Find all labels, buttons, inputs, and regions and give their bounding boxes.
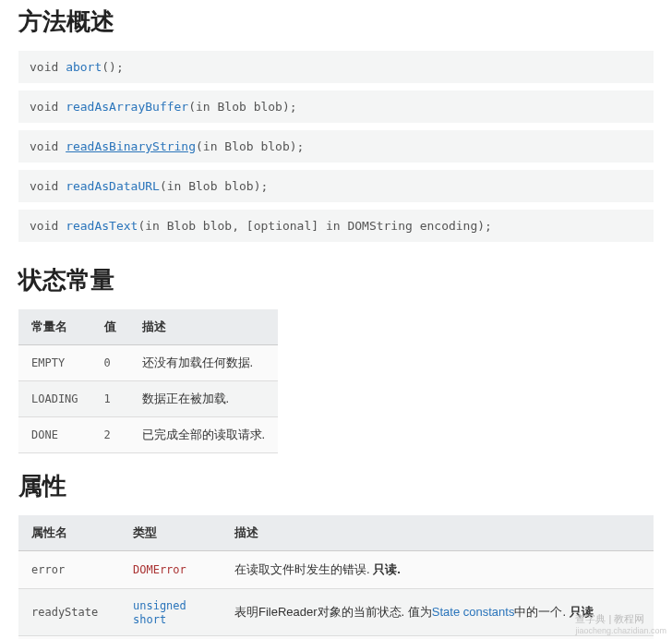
- cell-value: 2: [91, 417, 129, 453]
- method-link[interactable]: readAsBinaryString: [66, 139, 196, 153]
- type-text: DOMError: [133, 563, 186, 576]
- cell-prop-type[interactable]: unsigned short: [120, 588, 222, 635]
- cell-prop-type: DOMError: [120, 551, 222, 589]
- code-signature: (in Blob blob, [optional] in DOMString e…: [138, 219, 492, 233]
- cell-desc: 数据正在被加载.: [129, 381, 279, 417]
- desc-text: 在读取文件时发生的错误.: [234, 562, 373, 576]
- section-heading-props: 属性: [18, 470, 654, 502]
- desc-text: 中的一个.: [514, 605, 569, 619]
- code-signature: (in Blob blob);: [188, 100, 296, 114]
- type-link[interactable]: unsigned short: [133, 599, 186, 626]
- method-row: void abort();: [18, 51, 654, 83]
- cell-desc: 已完成全部的读取请求.: [129, 417, 279, 453]
- desc-text: 表明FileReader对象的当前状态. 值为: [234, 605, 432, 619]
- table-row: LOADING1数据正在被加载.: [18, 381, 278, 417]
- th-const-value: 值: [91, 309, 129, 345]
- table-row: readyStateunsigned short表明FileReader对象的当…: [18, 588, 654, 635]
- section-heading-methods: 方法概述: [18, 6, 654, 38]
- code-keyword: void: [30, 100, 66, 114]
- cell-name: LOADING: [18, 381, 91, 417]
- cell-desc: 还没有加载任何数据.: [129, 345, 279, 381]
- method-row: void readAsText(in Blob blob, [optional]…: [18, 210, 654, 242]
- method-link[interactable]: abort: [66, 60, 102, 74]
- method-link[interactable]: readAsText: [66, 219, 138, 233]
- method-row: void readAsDataURL(in Blob blob);: [18, 170, 654, 202]
- cell-prop-name: result: [18, 635, 120, 639]
- cell-value: 1: [91, 381, 129, 417]
- table-row: errorDOMError在读取文件时发生的错误. 只读.: [18, 551, 654, 589]
- code-signature: (in Blob blob);: [196, 139, 304, 153]
- section-heading-constants: 状态常量: [18, 264, 654, 296]
- watermark: 查字典 | 教程网 jiaocheng.chazidian.com: [575, 612, 666, 635]
- readonly-label: 只读.: [373, 562, 401, 576]
- inline-link[interactable]: State constants: [432, 605, 515, 619]
- table-row: DONE2已完成全部的读取请求.: [18, 417, 278, 453]
- code-keyword: void: [30, 139, 66, 153]
- cell-prop-desc: 在读取文件时发生的错误. 只读.: [222, 551, 654, 589]
- method-link[interactable]: readAsArrayBuffer: [66, 100, 188, 114]
- cell-value: 0: [91, 345, 129, 381]
- cell-name: DONE: [18, 417, 91, 453]
- cell-prop-desc: 读取到的文件内容.这个属性只在读取操作完成之后才有效,并且数据的格式取决于读取操…: [222, 635, 654, 639]
- constants-table: 常量名 值 描述 EMPTY0还没有加载任何数据.LOADING1数据正在被加载…: [18, 309, 278, 453]
- th-prop-desc: 描述: [222, 515, 654, 551]
- table-row: EMPTY0还没有加载任何数据.: [18, 345, 278, 381]
- method-row: void readAsBinaryString(in Blob blob);: [18, 130, 654, 163]
- cell-name: EMPTY: [18, 345, 91, 381]
- th-const-desc: 描述: [129, 309, 279, 345]
- th-prop-type: 类型: [120, 515, 222, 551]
- code-keyword: void: [30, 219, 66, 233]
- props-table: 属性名 类型 描述 errorDOMError在读取文件时发生的错误. 只读.r…: [18, 515, 654, 639]
- table-row: resultjsval读取到的文件内容.这个属性只在读取操作完成之后才有效,并且…: [18, 635, 654, 639]
- cell-prop-name: error: [18, 551, 120, 589]
- method-row: void readAsArrayBuffer(in Blob blob);: [18, 90, 654, 123]
- code-keyword: void: [30, 60, 66, 74]
- method-link[interactable]: readAsDataURL: [66, 179, 160, 193]
- code-signature: (in Blob blob);: [160, 179, 268, 193]
- th-prop-name: 属性名: [18, 515, 120, 551]
- cell-prop-name: readyState: [18, 588, 120, 635]
- code-signature: ();: [102, 60, 123, 74]
- cell-prop-type[interactable]: jsval: [120, 635, 222, 639]
- code-keyword: void: [30, 179, 66, 193]
- th-const-name: 常量名: [18, 309, 91, 345]
